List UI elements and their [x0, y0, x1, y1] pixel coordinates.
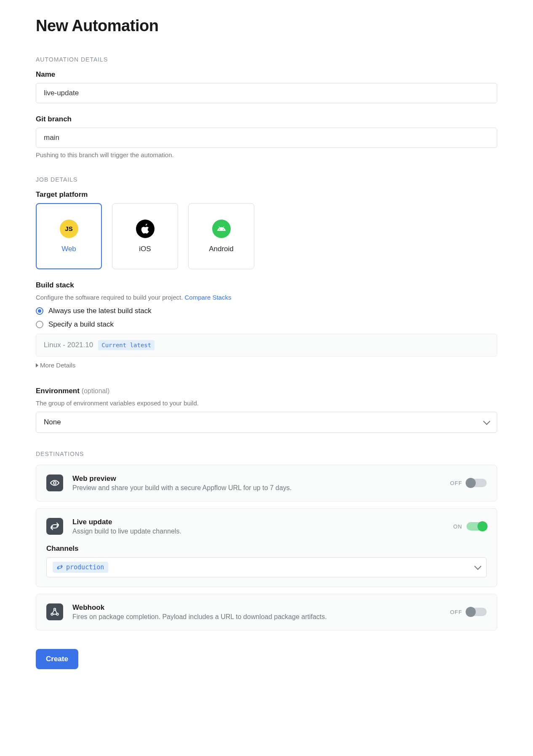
webhook-icon: [46, 603, 63, 620]
radio-unchecked-icon: [36, 321, 43, 328]
more-details-toggle[interactable]: More Details: [36, 362, 75, 369]
svg-point-0: [53, 482, 56, 484]
platform-label-ios: iOS: [139, 245, 151, 253]
current-stack-badge: Current latest: [98, 340, 155, 350]
destination-live-update: Live update Assign build to live update …: [36, 508, 497, 587]
channels-select[interactable]: production: [46, 557, 487, 577]
android-icon: [212, 220, 231, 238]
caret-right-icon: [36, 363, 38, 367]
radio-specify-label: Specify a build stack: [48, 320, 114, 329]
platform-label-android: Android: [209, 245, 234, 253]
platform-label-web: Web: [61, 245, 76, 253]
compare-stacks-link[interactable]: Compare Stacks: [185, 294, 232, 301]
toggle-state-label: OFF: [450, 480, 462, 486]
git-branch-input[interactable]: [36, 128, 497, 148]
platform-card-web[interactable]: JS Web: [36, 203, 102, 269]
destination-webhook: Webhook Fires on package completion. Pay…: [36, 594, 497, 630]
current-stack-box: Linux - 2021.10 Current latest: [36, 334, 497, 357]
chevron-down-icon: [483, 418, 490, 425]
js-icon: JS: [60, 220, 78, 238]
section-header-destinations: Destinations: [36, 450, 497, 457]
environment-optional: (optional): [82, 387, 110, 394]
live-update-toggle[interactable]: [466, 522, 487, 531]
shuffle-small-icon: [57, 565, 63, 570]
current-stack-name: Linux - 2021.10: [44, 341, 93, 349]
git-branch-helper: Pushing to this branch will trigger the …: [36, 151, 497, 158]
radio-latest-stack[interactable]: Always use the latest build stack: [36, 307, 497, 315]
destination-desc: Fires on package completion. Payload inc…: [72, 613, 327, 621]
radio-latest-label: Always use the latest build stack: [48, 307, 152, 315]
destination-title: Web preview: [72, 475, 292, 483]
environment-select[interactable]: None: [36, 412, 497, 433]
platform-card-android[interactable]: Android: [188, 203, 254, 269]
radio-checked-icon: [36, 307, 43, 315]
name-label: Name: [36, 70, 497, 79]
create-button[interactable]: Create: [36, 649, 78, 669]
git-branch-label: Git branch: [36, 115, 497, 123]
eye-icon: [46, 475, 63, 491]
destination-web-preview: Web preview Preview and share your build…: [36, 465, 497, 501]
environment-helper: The group of environment variables expos…: [36, 399, 497, 407]
destination-title: Live update: [72, 518, 181, 526]
apple-icon: [136, 220, 155, 238]
destination-desc: Assign build to live update channels.: [72, 528, 181, 535]
build-stack-helper: Configure the software required to build…: [36, 294, 497, 301]
section-header-automation-details: Automation Details: [36, 56, 497, 63]
channel-chip-label: production: [66, 563, 104, 571]
page-title: New Automation: [36, 17, 497, 35]
target-platform-label: Target platform: [36, 190, 497, 199]
environment-value: None: [44, 418, 61, 426]
build-stack-label: Build stack: [36, 281, 497, 290]
more-details-label: More Details: [40, 362, 75, 369]
webhook-toggle[interactable]: [466, 608, 487, 616]
chevron-down-icon: [474, 563, 482, 570]
destination-title: Webhook: [72, 603, 327, 612]
channel-chip-production: production: [53, 562, 108, 573]
shuffle-icon: [46, 518, 63, 535]
section-header-job-details: Job Details: [36, 176, 497, 183]
environment-label: Environment (optional): [36, 387, 497, 395]
toggle-state-label: OFF: [450, 609, 462, 615]
web-preview-toggle[interactable]: [466, 479, 487, 487]
toggle-state-label: ON: [453, 523, 463, 530]
platform-card-ios[interactable]: iOS: [112, 203, 178, 269]
name-input[interactable]: [36, 83, 497, 103]
destination-desc: Preview and share your build with a secu…: [72, 484, 292, 492]
channels-label: Channels: [46, 544, 487, 553]
radio-specify-stack[interactable]: Specify a build stack: [36, 320, 497, 329]
